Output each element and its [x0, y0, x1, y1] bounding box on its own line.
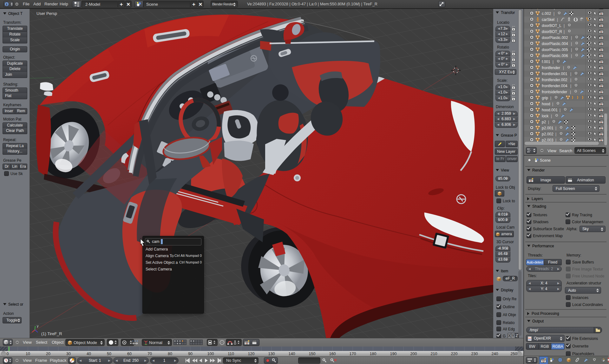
svg-text:70: 70 — [147, 352, 152, 356]
svg-text:110: 110 — [228, 352, 234, 356]
svg-text:10: 10 — [26, 352, 30, 356]
svg-text:120: 120 — [248, 352, 255, 356]
svg-text:130: 130 — [268, 352, 275, 356]
svg-text:220: 220 — [451, 352, 458, 356]
svg-text:100: 100 — [207, 352, 214, 356]
svg-text:180: 180 — [370, 352, 377, 356]
svg-text:40: 40 — [87, 352, 91, 356]
svg-text:20: 20 — [46, 352, 50, 356]
svg-text:User Persp: User Persp — [36, 11, 57, 16]
svg-text:170: 170 — [350, 352, 356, 356]
svg-text:230: 230 — [471, 352, 478, 356]
svg-text:80: 80 — [168, 352, 172, 356]
svg-text:50: 50 — [107, 352, 111, 356]
svg-text:i: i — [6, 2, 7, 6]
svg-text:250: 250 — [511, 352, 517, 356]
svg-text:y: y — [37, 324, 39, 328]
svg-text:160: 160 — [329, 352, 336, 356]
svg-text:210: 210 — [431, 352, 437, 356]
svg-text:90: 90 — [188, 352, 193, 356]
svg-text:190: 190 — [390, 352, 397, 356]
svg-text:30: 30 — [66, 352, 71, 356]
svg-text:140: 140 — [289, 352, 295, 356]
svg-text:200: 200 — [410, 352, 417, 356]
svg-text:150: 150 — [309, 352, 316, 356]
svg-text:(1) TireF_R: (1) TireF_R — [41, 331, 62, 336]
svg-text:240: 240 — [492, 352, 498, 356]
svg-text:0: 0 — [7, 352, 9, 356]
svg-text:60: 60 — [127, 352, 132, 356]
